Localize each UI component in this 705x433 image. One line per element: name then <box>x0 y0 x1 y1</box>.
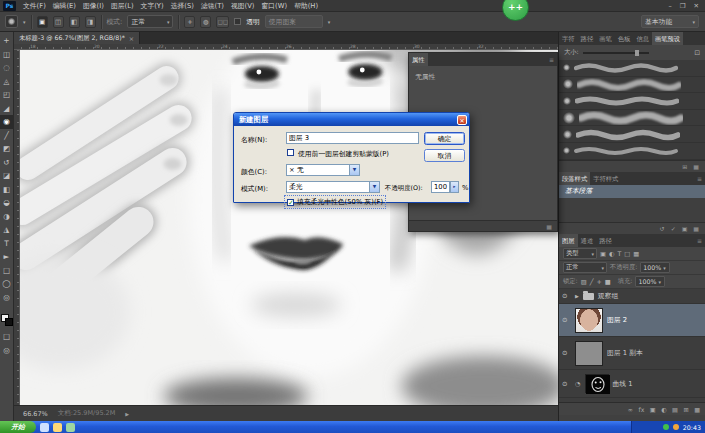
crop-tool[interactable]: ◰ <box>0 88 14 102</box>
brush-size-slider[interactable] <box>583 52 649 54</box>
close-button[interactable]: ✕ <box>694 2 699 10</box>
lock-all-icon[interactable]: ■ <box>605 278 611 285</box>
style-item-basic-paragraph[interactable]: 基本段落 <box>559 185 705 198</box>
filter-type-icon[interactable]: T <box>617 250 621 257</box>
layer-effects-icon[interactable]: fx <box>638 406 644 413</box>
clip-mask-checkbox[interactable] <box>287 149 294 156</box>
delete-icon[interactable]: ▦ <box>546 223 552 230</box>
menu-filter[interactable]: 滤镜(T) <box>201 1 224 11</box>
visibility-eye-icon[interactable]: ⊙ <box>562 292 571 300</box>
screen-mode-button[interactable]: ◎ <box>0 344 14 358</box>
menu-image[interactable]: 图像(I) <box>83 1 104 11</box>
redefine-icon[interactable]: ✓ <box>671 225 676 232</box>
sample-mode-button-1[interactable]: ▣ <box>37 16 48 28</box>
blur-tool[interactable]: ◒ <box>0 196 14 210</box>
filter-pixel-icon[interactable]: ▣ <box>600 250 606 257</box>
move-tool[interactable]: + <box>0 34 14 48</box>
panel-menu-icon[interactable]: ≡ <box>697 237 705 244</box>
sample-mode-button-2[interactable]: ◫ <box>53 16 64 28</box>
gradient-tool[interactable]: ◧ <box>0 183 14 197</box>
brush-tool[interactable]: ╱ <box>0 129 14 143</box>
menu-select[interactable]: 选择(S) <box>171 1 194 11</box>
dialog-close-button[interactable]: ✕ <box>457 115 467 125</box>
layer-thumbnail[interactable] <box>575 308 603 333</box>
opacity-spinner[interactable]: ▸ <box>450 181 459 193</box>
tray-icon[interactable] <box>673 424 679 430</box>
filter-shape-icon[interactable]: □ <box>624 250 630 257</box>
dodge-tool[interactable]: ◑ <box>0 210 14 224</box>
menu-view[interactable]: 视图(V) <box>231 1 255 11</box>
new-layer-icon[interactable]: ⊞ <box>683 406 688 413</box>
cancel-button[interactable]: 取消 <box>424 149 465 162</box>
adjustment-layer-icon[interactable]: ◐ <box>661 406 666 413</box>
visibility-eye-icon[interactable]: ⊙ <box>562 380 571 388</box>
new-style-icon[interactable]: ▣ <box>682 225 688 232</box>
tab-layers[interactable]: 图层 <box>559 234 578 247</box>
transparent-checkbox[interactable] <box>234 18 241 25</box>
quick-mask-button[interactable]: □ <box>0 330 14 344</box>
taskbar-app-icon[interactable] <box>66 423 75 432</box>
layer-row-adjustment[interactable]: ⊙ ◔ 曲线 1 <box>559 370 705 398</box>
tab-properties[interactable]: 属性 <box>409 53 428 66</box>
marquee-tool[interactable]: ◫ <box>0 48 14 62</box>
eraser-tool[interactable]: ◪ <box>0 169 14 183</box>
hand-tool[interactable]: ◯ <box>0 277 14 291</box>
zoom-tool[interactable]: ◎ <box>0 291 14 305</box>
new-brush-icon[interactable]: ⊞ <box>682 163 687 170</box>
taskbar-app-icon[interactable] <box>53 423 62 432</box>
brush-preset-item[interactable] <box>559 60 705 77</box>
layer-mask-thumbnail[interactable] <box>585 374 609 393</box>
menu-layer[interactable]: 图层(L) <box>111 1 134 11</box>
lock-pixels-icon[interactable]: ╱ <box>590 278 594 285</box>
tab-brush-presets[interactable]: 画笔预设 <box>652 32 683 45</box>
color-select[interactable]: × 无▼ <box>286 164 360 176</box>
panel-menu-icon[interactable]: ≡ <box>549 56 557 63</box>
clear-override-icon[interactable]: ↺ <box>660 225 665 232</box>
delete-icon[interactable]: ▦ <box>693 163 699 170</box>
filter-type-select[interactable]: 类型▾ <box>563 248 597 259</box>
tab-paths[interactable]: 路径 <box>578 32 597 45</box>
blend-mode-select[interactable]: 正常▾ <box>563 262 607 273</box>
type-tool[interactable]: T <box>0 237 14 251</box>
taskbar-app-icon[interactable] <box>40 423 49 432</box>
layer-row[interactable]: ⊙ 图层 1 副本 <box>559 337 705 370</box>
pen-tool[interactable]: ◮ <box>0 223 14 237</box>
tab-character[interactable]: 字符 <box>559 32 578 45</box>
zoom-level[interactable]: 66.67% <box>23 410 48 418</box>
lock-transparency-icon[interactable]: ▨ <box>581 278 587 285</box>
clone-stamp-tool[interactable]: ◩ <box>0 142 14 156</box>
brush-preset-picker[interactable] <box>5 15 18 28</box>
visibility-eye-icon[interactable]: ⊙ <box>562 349 571 357</box>
tray-icon[interactable] <box>663 424 669 430</box>
mode-select[interactable]: 正常▾ <box>127 15 173 28</box>
brush-preset-item[interactable] <box>559 126 705 143</box>
link-layers-icon[interactable]: ∞ <box>628 406 633 413</box>
menu-help[interactable]: 帮助(H) <box>294 1 318 11</box>
delete-layer-icon[interactable]: ▦ <box>694 406 700 413</box>
brush-option-button[interactable]: ◍ <box>200 16 211 28</box>
brush-preset-item[interactable] <box>559 143 705 160</box>
start-button[interactable]: 开始 <box>0 421 36 433</box>
chevron-down-icon[interactable]: ▾ <box>23 19 26 25</box>
history-brush-tool[interactable]: ↺ <box>0 156 14 170</box>
blend-mode-select[interactable]: 柔光▼ <box>286 181 380 193</box>
menu-type[interactable]: 文字(Y) <box>141 1 164 11</box>
document-tab[interactable]: 未标题-3 @ 66.7%(图层 2, RGB/8)* × <box>14 32 140 44</box>
stamp-icon[interactable]: ⊡ <box>694 49 700 57</box>
color-swatches[interactable] <box>1 314 13 326</box>
new-group-icon[interactable]: ▤ <box>672 406 678 413</box>
pattern-tiles-button[interactable]: ◻◻ <box>216 16 229 28</box>
tab-paragraph-styles[interactable]: 段落样式 <box>559 172 590 185</box>
use-pattern-button[interactable]: 使用图案 <box>265 15 323 28</box>
tab-brush[interactable]: 画笔 <box>596 32 615 45</box>
fill-field[interactable]: 100%▾ <box>635 276 665 287</box>
lock-position-icon[interactable]: + <box>596 278 601 285</box>
eyedropper-tool[interactable]: ◢ <box>0 102 14 116</box>
add-button[interactable]: + <box>184 16 195 28</box>
fill-neutral-checkbox[interactable]: ✓ <box>287 199 294 206</box>
tab-info[interactable]: 信息 <box>633 32 652 45</box>
layer-name-input[interactable]: 图层 3 <box>286 132 419 144</box>
close-tab-icon[interactable]: × <box>129 35 134 42</box>
tab-channels[interactable]: 通道 <box>578 234 597 247</box>
sample-mode-button-4[interactable]: ◨ <box>85 16 96 28</box>
